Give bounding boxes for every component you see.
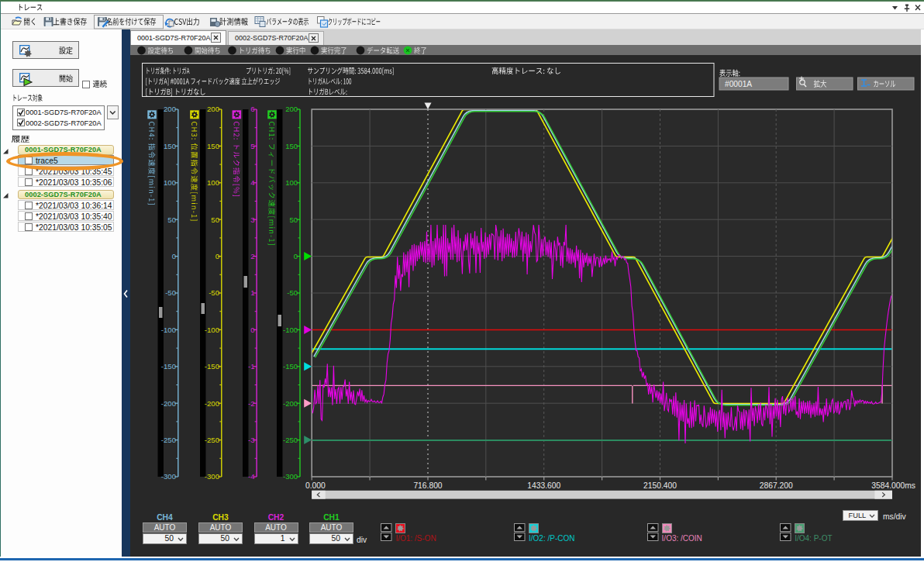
svg-text:150: 150 [164,142,176,150]
svg-text:-250: -250 [283,436,298,444]
svg-text:-50: -50 [287,288,298,297]
svg-text:100: 100 [207,178,219,187]
svg-text:100: 100 [285,178,298,187]
svg-text:1433.600: 1433.600 [527,481,560,490]
svg-text:200: 200 [164,105,176,113]
svg-text:50: 50 [167,215,176,224]
svg-text:50: 50 [290,215,298,224]
svg-text:200: 200 [285,105,298,113]
svg-text:0: 0 [294,252,298,260]
svg-text:100: 100 [164,178,176,187]
svg-text:0: 0 [215,252,219,260]
svg-text:-250: -250 [205,436,219,444]
svg-text:-100: -100 [283,326,298,334]
svg-text:-200: -200 [283,399,298,408]
svg-text:6: 6 [250,105,254,113]
svg-text:4: 4 [250,178,255,187]
svg-text:1: 1 [250,288,254,297]
svg-text:-100: -100 [161,326,176,334]
svg-text:-250: -250 [161,436,176,444]
svg-text:716.800: 716.800 [413,481,442,490]
svg-text:-2: -2 [248,399,255,408]
svg-text:-50: -50 [209,288,219,297]
svg-text:-150: -150 [205,362,219,371]
svg-text:2150.400: 2150.400 [643,481,677,490]
svg-text:5: 5 [250,142,254,150]
svg-text:0: 0 [172,252,176,260]
svg-text:-50: -50 [165,288,176,297]
svg-text:-300: -300 [205,472,219,481]
svg-text:#0001A: #0001A [725,80,752,88]
svg-text:3584.000ms: 3584.000ms [871,481,915,490]
svg-text:3: 3 [250,215,254,224]
svg-text:150: 150 [207,142,219,150]
svg-text:0.000: 0.000 [305,481,326,490]
svg-text:-300: -300 [283,472,298,481]
svg-text:150: 150 [285,142,298,150]
svg-text:2867.200: 2867.200 [760,481,793,490]
svg-text:-100: -100 [205,326,219,334]
svg-text:0: 0 [250,326,254,334]
svg-text:2: 2 [250,252,254,260]
svg-text:-150: -150 [283,362,298,371]
svg-text:-200: -200 [205,399,219,408]
svg-text:200: 200 [207,105,219,113]
svg-text:50: 50 [211,215,219,224]
svg-text:-3: -3 [248,436,255,444]
svg-text:-1: -1 [248,362,255,371]
svg-text:-200: -200 [161,399,176,408]
svg-text:-150: -150 [161,362,176,371]
svg-text:-300: -300 [161,472,176,481]
svg-text:-4: -4 [248,472,255,481]
